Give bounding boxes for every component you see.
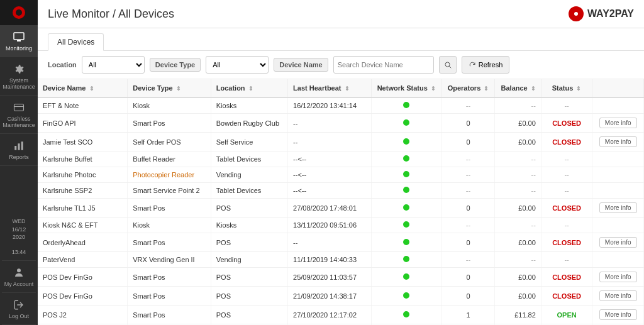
cell-operators: 0 — [441, 114, 494, 133]
cell-network — [371, 133, 441, 151]
col-header-operators[interactable]: Operators ⇕ — [441, 79, 494, 97]
table-row: OrderlyAhead Smart Pos POS -- 0 £0.00 CL… — [38, 233, 644, 252]
col-header-location[interactable]: Location ⇕ — [211, 79, 287, 97]
more-info-button[interactable]: More info — [599, 136, 637, 147]
cell-device-name: POS Dev FinGo — [38, 287, 128, 306]
cell-action — [592, 97, 644, 114]
cell-balance: -- — [495, 218, 541, 233]
cell-device-type: Kiosk — [128, 218, 211, 233]
status-badge: CLOSED — [552, 292, 581, 300]
sidebar-item-log-out[interactable]: Log Out — [2, 293, 36, 325]
more-info-button[interactable]: More info — [599, 290, 637, 301]
col-header-device-name[interactable]: Device Name ⇕ — [38, 79, 128, 97]
sidebar-item-monitoring[interactable]: Monitoring — [0, 25, 38, 57]
cell-device-type: Smart Pos — [128, 233, 211, 252]
cell-location: Bowden Rugby Club — [211, 114, 287, 133]
cell-action: More info — [592, 199, 644, 218]
cell-network — [371, 252, 441, 268]
status-badge: CLOSED — [552, 138, 581, 146]
more-info-button[interactable]: More info — [599, 237, 637, 248]
network-status-dot — [403, 155, 409, 162]
sidebar-time: 13:44 — [2, 244, 36, 261]
main-content: Live Monitor / All Devices WAY2PAY All D… — [38, 0, 644, 325]
cell-device-name: POS Dev FinGo — [38, 268, 128, 287]
cell-operators: 0 — [441, 268, 494, 287]
sidebar-item-system-maintenance[interactable]: System Maintenance — [0, 57, 38, 96]
col-header-device-type[interactable]: Device Type ⇕ — [128, 79, 211, 97]
svg-rect-6 — [14, 146, 16, 150]
header: Live Monitor / All Devices WAY2PAY — [38, 0, 644, 28]
cell-balance: £0.00 — [495, 287, 541, 306]
cell-action: More info — [592, 114, 644, 133]
cell-device-name: PaterVend — [38, 252, 128, 268]
cashless-icon — [12, 101, 26, 114]
more-info-button[interactable]: More info — [599, 202, 637, 213]
brand-name: WAY2PAY — [587, 8, 634, 19]
cell-device-name: Kiosk N&C & EFT — [38, 218, 128, 233]
cell-action — [592, 167, 644, 183]
cell-device-type: Smart Pos — [128, 268, 211, 287]
table-row: PaterVend VRX Vending Gen II Vending 11/… — [38, 252, 644, 268]
cell-action: More info — [592, 133, 644, 151]
table-row: POS Dev FinGo Smart Pos POS 25/09/2020 1… — [38, 268, 644, 287]
location-select[interactable]: All — [82, 56, 145, 74]
table-body: EFT & Note Kiosk Kiosks 16/12/2020 13:41… — [38, 97, 644, 325]
status-badge: -- — [564, 256, 569, 263]
network-status-dot — [403, 273, 409, 280]
sidebar-label-my-account: My Account — [4, 281, 34, 287]
cell-location: Tablet Devices — [211, 183, 287, 199]
cell-location: POS — [211, 199, 287, 218]
status-badge: -- — [564, 155, 569, 163]
logout-icon — [12, 298, 26, 312]
more-info-button[interactable]: More info — [599, 309, 637, 320]
devices-table-container[interactable]: Device Name ⇕ Device Type ⇕ Location ⇕ L… — [38, 79, 644, 325]
sidebar-label-reports: Reports — [9, 154, 29, 160]
cell-network — [371, 183, 441, 199]
col-header-heartbeat[interactable]: Last Heartbeat ⇕ — [288, 79, 372, 97]
logo-icon — [11, 5, 26, 20]
cell-location: Vending — [211, 167, 287, 183]
svg-rect-8 — [21, 141, 23, 150]
cell-balance: £0.00 — [495, 114, 541, 133]
status-badge: CLOSED — [552, 273, 581, 281]
gear-icon — [12, 62, 26, 76]
cell-device-name: EFT & Note — [38, 97, 128, 114]
network-status-dot — [403, 119, 409, 126]
cell-device-name: OrderlyAhead — [38, 233, 128, 252]
cell-device-name: Karlsruhe Buffet — [38, 151, 128, 167]
sidebar-item-reports[interactable]: Reports — [0, 134, 38, 166]
cell-status: -- — [541, 167, 592, 183]
cell-operators: -- — [441, 252, 494, 268]
refresh-button[interactable]: Refresh — [462, 56, 510, 74]
status-badge: -- — [564, 171, 569, 179]
network-status-dot — [403, 138, 409, 145]
more-info-button[interactable]: More info — [599, 118, 637, 128]
cell-balance: -- — [495, 151, 541, 167]
sort-icon-device-type: ⇕ — [176, 85, 181, 92]
sort-icon-network: ⇕ — [431, 85, 436, 92]
cell-heartbeat: -- — [288, 133, 372, 151]
cell-status: -- — [541, 252, 592, 268]
cell-status: CLOSED — [541, 287, 592, 306]
col-header-status[interactable]: Status ⇕ — [541, 79, 592, 97]
cell-balance: £0.00 — [495, 233, 541, 252]
svg-rect-4 — [14, 104, 24, 111]
sort-icon-heartbeat: ⇕ — [345, 85, 350, 92]
sort-icon-operators: ⇕ — [484, 85, 489, 92]
tab-all-devices[interactable]: All Devices — [48, 33, 104, 51]
cell-heartbeat: --<-- — [288, 151, 372, 167]
sidebar-item-my-account[interactable]: My Account — [2, 261, 36, 293]
network-status-dot — [403, 204, 409, 211]
cell-network — [371, 287, 441, 306]
more-info-button[interactable]: More info — [599, 272, 637, 282]
col-header-balance[interactable]: Balance ⇕ — [495, 79, 541, 97]
page-title: Live Monitor / All Devices — [48, 8, 174, 21]
device-type-label: Device Type — [150, 58, 201, 72]
cell-operators: -- — [441, 218, 494, 233]
sidebar-item-cashless-maintenance[interactable]: Cashless Maintenance — [0, 96, 38, 134]
search-button[interactable] — [439, 56, 457, 74]
device-name-search[interactable] — [333, 56, 434, 74]
cell-device-type: Self Order POS — [128, 133, 211, 151]
col-header-network[interactable]: Network Status ⇕ — [371, 79, 441, 97]
device-type-select[interactable]: All — [206, 56, 269, 74]
